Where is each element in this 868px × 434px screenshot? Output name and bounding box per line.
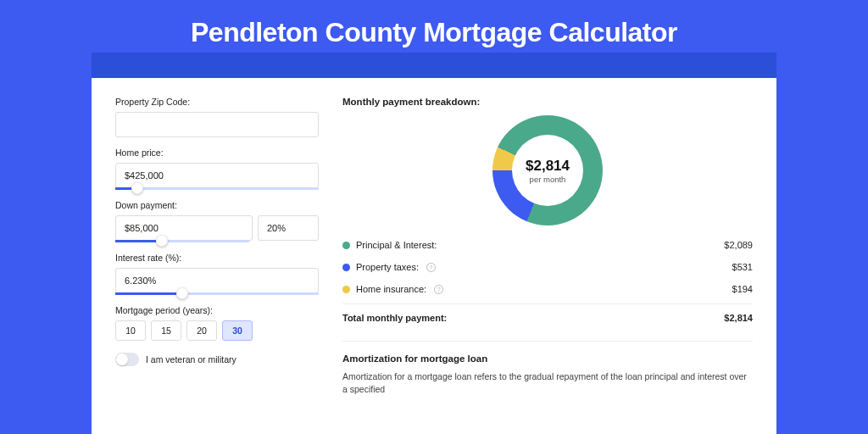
veteran-row: I am veteran or military xyxy=(115,353,319,366)
period-field-group: Mortgage period (years): 10 15 20 30 xyxy=(115,305,319,341)
veteran-toggle[interactable] xyxy=(115,353,139,366)
breakdown-panel: Monthly payment breakdown: $2,814 per mo… xyxy=(342,97,753,434)
veteran-label: I am veteran or military xyxy=(146,354,236,364)
zip-label: Property Zip Code: xyxy=(115,97,319,107)
zip-field-group: Property Zip Code: xyxy=(115,97,319,137)
legend-row-pi: Principal & Interest: $2,089 xyxy=(342,234,753,256)
page-header: Pendleton County Mortgage Calculator xyxy=(0,0,868,53)
rate-input[interactable] xyxy=(115,268,319,293)
legend-label-pi: Principal & Interest: xyxy=(356,240,437,250)
legend-row-ins: Home insurance: ? $194 xyxy=(342,278,753,300)
period-option-10[interactable]: 10 xyxy=(115,320,146,341)
period-option-15[interactable]: 15 xyxy=(151,320,181,341)
donut-center-value: $2,814 xyxy=(526,158,570,175)
period-label: Mortgage period (years): xyxy=(115,305,319,315)
legend-dot-tax xyxy=(342,264,350,271)
zip-input[interactable] xyxy=(115,112,319,137)
legend-dot-pi xyxy=(342,242,350,249)
legend-label-ins: Home insurance: xyxy=(356,284,426,294)
calculator-card: Property Zip Code: Home price: Down paym… xyxy=(92,78,776,434)
down-slider-thumb[interactable] xyxy=(156,235,168,247)
amortization-body: Amortization for a mortgage loan refers … xyxy=(342,370,753,395)
legend-row-total: Total monthly payment: $2,814 xyxy=(342,303,753,329)
donut-center-sub: per month xyxy=(530,175,566,184)
legend-amount-ins: $194 xyxy=(732,284,753,294)
info-icon[interactable]: ? xyxy=(434,285,443,294)
price-slider-thumb[interactable] xyxy=(131,182,143,194)
down-label: Down payment: xyxy=(115,200,319,210)
price-input[interactable] xyxy=(115,163,319,188)
amortization-title: Amortization for mortgage loan xyxy=(342,353,753,364)
legend-dot-ins xyxy=(342,286,350,293)
amortization-section: Amortization for mortgage loan Amortizat… xyxy=(342,341,753,395)
price-label: Home price: xyxy=(115,147,319,158)
page-title: Pendleton County Mortgage Calculator xyxy=(0,17,868,48)
rate-field-group: Interest rate (%): xyxy=(115,253,319,295)
down-percent-input[interactable] xyxy=(258,215,319,241)
period-option-30[interactable]: 30 xyxy=(222,320,253,341)
donut-center: $2,814 per month xyxy=(512,135,583,206)
veteran-toggle-knob xyxy=(116,353,128,365)
legend-label-tax: Property taxes: xyxy=(356,262,419,272)
total-label: Total monthly payment: xyxy=(342,313,447,323)
donut-chart: $2,814 per month xyxy=(492,115,603,225)
total-amount: $2,814 xyxy=(724,313,753,323)
down-amount-input[interactable] xyxy=(115,215,253,241)
down-field-group: Down payment: xyxy=(115,200,319,242)
breakdown-title: Monthly payment breakdown: xyxy=(342,97,753,107)
legend-amount-tax: $531 xyxy=(732,262,753,272)
donut-wrap: $2,814 per month xyxy=(342,115,753,225)
period-option-20[interactable]: 20 xyxy=(186,320,217,341)
rate-slider-thumb[interactable] xyxy=(176,287,188,299)
info-icon[interactable]: ? xyxy=(426,263,436,272)
rate-slider[interactable] xyxy=(115,292,319,295)
ad-banner xyxy=(92,53,776,78)
down-slider-fill xyxy=(115,240,156,242)
legend-row-tax: Property taxes: ? $531 xyxy=(342,256,753,278)
price-slider[interactable] xyxy=(115,187,319,190)
period-options: 10 15 20 30 xyxy=(115,320,319,341)
legend-amount-pi: $2,089 xyxy=(724,240,753,250)
form-panel: Property Zip Code: Home price: Down paym… xyxy=(115,97,319,434)
rate-label: Interest rate (%): xyxy=(115,253,319,263)
down-slider[interactable] xyxy=(115,240,249,242)
price-slider-fill xyxy=(115,187,131,190)
price-field-group: Home price: xyxy=(115,147,319,190)
rate-slider-fill xyxy=(115,292,176,295)
